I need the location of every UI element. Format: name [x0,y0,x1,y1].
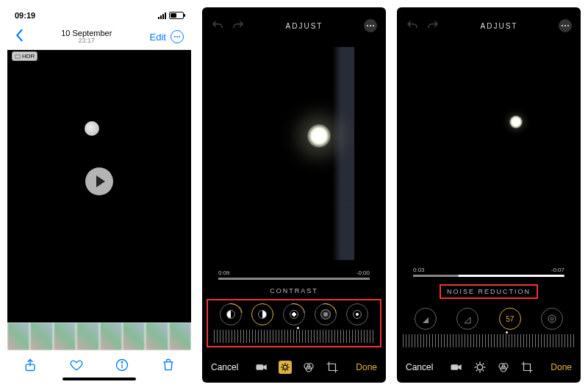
play-button[interactable] [85,167,113,195]
editor-canvas[interactable] [202,40,386,267]
svg-rect-12 [451,364,459,370]
highlight-annotation [207,299,381,347]
media-canvas[interactable] [7,50,191,322]
more-button[interactable] [559,19,572,32]
dial-sharpness-high[interactable] [456,308,478,330]
moon-image [509,115,523,129]
adjust-slider[interactable] [403,334,575,347]
nav-bar: 10 September 23:17 Edit [7,24,191,50]
undo-button[interactable] [211,19,224,32]
editor-title: ADJUST [286,22,323,30]
editor-top-bar: ADJUST [397,12,581,40]
svg-point-13 [478,364,484,370]
editor-screen-contrast: ADJUST 0:09 -0:00 CONTRAST Cancel [202,7,386,383]
signal-icon [158,12,166,19]
time-elapsed: 0:09 [218,270,230,276]
video-tool-icon[interactable] [450,361,463,374]
info-icon[interactable] [115,358,129,375]
dial-vignette[interactable] [541,308,563,330]
editor-canvas[interactable] [397,40,581,264]
home-indicator[interactable] [62,378,136,380]
dial-contrast-2[interactable] [251,303,273,325]
status-time: 09:19 [15,11,35,20]
adjust-tool-icon[interactable] [473,361,487,374]
video-timeline[interactable]: 0:03 -0:07 [397,267,581,277]
status-right [158,12,184,19]
editor-bottom-bar: Cancel Done [397,352,581,383]
status-bar: 09:19 [7,7,191,24]
dial-sharpness-low[interactable] [415,308,437,330]
redo-button[interactable] [232,19,245,32]
time-remaining: -0:00 [356,270,370,276]
svg-point-4 [121,361,123,363]
editor-title: ADJUST [481,22,518,30]
done-button[interactable]: Done [356,362,377,372]
edit-button[interactable]: Edit [150,32,166,43]
adjust-tool-icon[interactable] [279,361,292,374]
dial-brightness[interactable] [315,303,337,325]
dial-noise-reduction[interactable]: 57 [499,308,521,330]
dial-vignette[interactable] [346,303,368,325]
hdr-badge: HDR [12,51,37,61]
editor-screen-noise: ADJUST 0:03 -0:07 NOISE REDUCTION 57 Can… [397,7,581,383]
video-tool-icon[interactable] [255,361,268,374]
editor-bottom-bar: Cancel Done [202,352,386,383]
adjust-slider[interactable] [214,330,374,343]
time-elapsed: 0:03 [413,267,425,273]
cancel-button[interactable]: Cancel [406,362,433,372]
cloud-edge [332,47,354,260]
dial-contrast-1[interactable] [220,303,242,325]
svg-rect-5 [257,364,264,370]
photos-viewer-screen: 09:19 10 September 23:17 Edit HDR [7,7,191,383]
crop-tool-icon[interactable] [326,361,339,374]
thumbnail-strip[interactable] [7,322,191,350]
cancel-button[interactable]: Cancel [211,362,238,372]
done-button[interactable]: Done [551,362,572,372]
video-timeline[interactable]: 0:09 -0:00 [202,270,386,280]
editor-top-bar: ADJUST [202,12,386,40]
moon-image [307,124,331,148]
heart-icon[interactable] [69,358,84,375]
svg-point-11 [551,317,553,320]
filters-tool-icon[interactable] [497,361,510,374]
crop-tool-icon[interactable] [520,361,534,374]
svg-point-10 [548,315,556,322]
filters-tool-icon[interactable] [302,361,315,374]
time-remaining: -0:07 [551,267,564,273]
editor-mode-tools [450,361,534,374]
trash-icon[interactable] [161,358,176,375]
adjust-param-label: NOISE REDUCTION [440,284,538,299]
svg-point-6 [283,365,287,369]
svg-rect-0 [15,54,21,58]
back-button[interactable] [15,29,24,46]
more-button[interactable] [171,30,184,43]
battery-icon [169,12,184,19]
redo-button[interactable] [426,19,440,32]
undo-button[interactable] [406,19,419,32]
date-line-2: 23:17 [61,37,112,45]
photo-date-title: 10 September 23:17 [61,29,112,45]
adjust-param-label: CONTRAST [202,287,386,295]
more-button[interactable] [364,19,377,32]
adjustment-dials: 57 [397,308,581,330]
moon-image [85,121,99,136]
editor-mode-tools [255,361,339,374]
dial-contrast-3[interactable] [283,303,305,325]
share-icon[interactable] [23,358,37,375]
adjustment-dials [208,303,380,325]
